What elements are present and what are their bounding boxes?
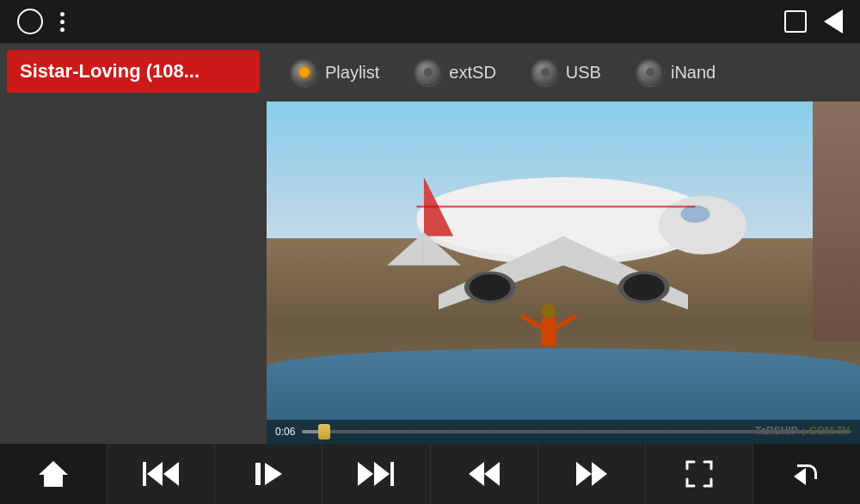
tab-playlist-label: Playlist bbox=[325, 63, 379, 83]
tab-playlist[interactable]: Playlist bbox=[275, 52, 395, 93]
fullscreen-icon bbox=[685, 460, 713, 488]
play-pause-button[interactable] bbox=[215, 444, 322, 504]
playlist-active-item[interactable]: Sistar-Loving (108... bbox=[7, 50, 260, 93]
skip-back-button[interactable] bbox=[108, 444, 215, 504]
back-curved-icon bbox=[794, 463, 820, 485]
tab-inand-label: iNand bbox=[671, 63, 716, 83]
svg-point-9 bbox=[624, 274, 665, 301]
svg-point-2 bbox=[659, 195, 746, 254]
svg-point-3 bbox=[680, 206, 710, 223]
progress-area: 0:06 bbox=[267, 420, 860, 444]
tab-bar: Playlist extSD USB iNand bbox=[267, 43, 860, 101]
tab-extsd[interactable]: extSD bbox=[399, 52, 511, 93]
tab-inand-dot bbox=[636, 58, 664, 86]
video-frame: TaRSHIP | GOM TV 0:06 bbox=[267, 101, 860, 444]
fast-forward-button[interactable] bbox=[538, 444, 646, 504]
tab-inand[interactable]: iNand bbox=[621, 52, 731, 93]
progress-track[interactable] bbox=[302, 430, 851, 433]
progress-thumb[interactable] bbox=[318, 424, 330, 439]
video-area[interactable]: TaRSHIP | GOM TV 0:06 bbox=[267, 101, 860, 444]
rewind-button[interactable] bbox=[431, 444, 538, 504]
status-left bbox=[17, 9, 64, 34]
skip-forward-button[interactable] bbox=[322, 444, 430, 504]
skip-back-icon bbox=[143, 462, 179, 486]
svg-line-17 bbox=[523, 317, 541, 328]
home-button[interactable] bbox=[0, 444, 108, 504]
fast-forward-icon bbox=[576, 462, 607, 486]
svg-marker-12 bbox=[387, 232, 424, 265]
circle-icon bbox=[17, 9, 43, 34]
skip-forward-icon bbox=[358, 462, 394, 486]
back-button[interactable] bbox=[753, 444, 860, 504]
tab-extsd-dot bbox=[415, 58, 442, 86]
svg-point-16 bbox=[541, 304, 556, 318]
svg-rect-15 bbox=[541, 317, 556, 346]
square-icon[interactable] bbox=[784, 10, 807, 33]
fullscreen-button[interactable] bbox=[646, 444, 753, 504]
left-panel: Sistar-Loving (108... bbox=[0, 43, 267, 444]
svg-line-18 bbox=[556, 317, 574, 328]
tab-playlist-dot bbox=[291, 58, 318, 86]
status-right bbox=[784, 9, 843, 34]
current-time: 0:06 bbox=[275, 426, 295, 438]
home-icon bbox=[40, 461, 66, 487]
tab-usb[interactable]: USB bbox=[516, 52, 617, 93]
bottom-bar bbox=[0, 444, 860, 504]
rewind-icon bbox=[469, 462, 500, 486]
status-bar bbox=[0, 0, 860, 43]
more-vert-icon[interactable] bbox=[60, 12, 64, 32]
svg-point-7 bbox=[470, 274, 511, 301]
tab-usb-label: USB bbox=[566, 63, 601, 83]
terminal-building bbox=[813, 101, 860, 341]
back-nav-icon[interactable] bbox=[824, 9, 843, 34]
tab-extsd-label: extSD bbox=[449, 63, 495, 83]
tab-usb-dot bbox=[531, 58, 559, 86]
airplane-svg bbox=[356, 119, 771, 376]
play-pause-icon bbox=[255, 463, 282, 485]
right-panel: Playlist extSD USB iNand bbox=[267, 43, 860, 444]
